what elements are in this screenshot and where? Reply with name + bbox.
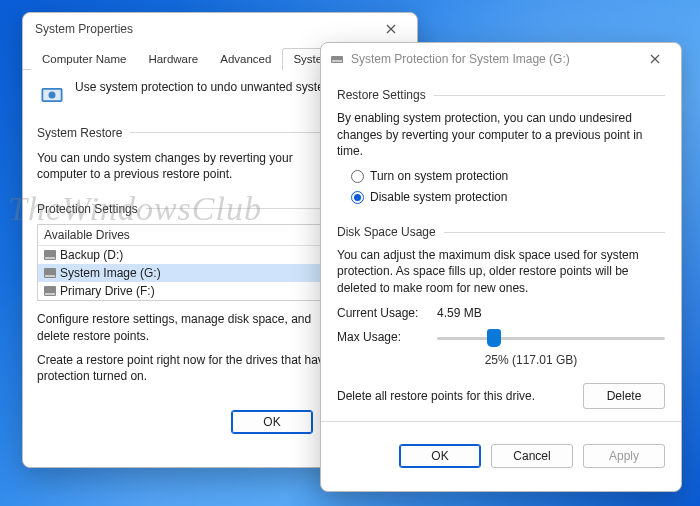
delete-description: Delete all restore points for this drive… xyxy=(337,388,573,405)
window-title: System Protection for System Image (G:) xyxy=(351,52,637,66)
slider-caption: 25% (117.01 GB) xyxy=(337,352,665,369)
section-disk-space: Disk Space Usage xyxy=(337,224,436,241)
divider xyxy=(321,421,681,422)
tab-hardware[interactable]: Hardware xyxy=(137,48,209,70)
group-protection-settings: Protection Settings xyxy=(37,202,138,216)
radio-turn-on[interactable]: Turn on system protection xyxy=(351,168,665,185)
close-icon xyxy=(386,24,396,34)
col-available-drives: Available Drives xyxy=(38,225,322,245)
system-protection-dialog: System Protection for System Image (G:) … xyxy=(320,42,682,492)
max-usage-label: Max Usage: xyxy=(337,329,427,346)
drive-name: Primary Drive (F:) xyxy=(60,284,155,298)
max-usage-slider[interactable] xyxy=(437,328,665,348)
radio-disable[interactable]: Disable system protection xyxy=(351,189,665,206)
apply-button[interactable]: Apply xyxy=(583,444,665,468)
hint-text: Use system protection to undo unwanted s… xyxy=(75,80,350,94)
window-title: System Properties xyxy=(35,22,373,36)
radio-icon xyxy=(351,170,364,183)
close-icon xyxy=(650,54,660,64)
delete-button[interactable]: Delete xyxy=(583,383,665,410)
drive-name: Backup (D:) xyxy=(60,248,123,262)
close-button[interactable] xyxy=(637,47,673,71)
drive-icon xyxy=(44,286,56,296)
tab-advanced[interactable]: Advanced xyxy=(209,48,282,70)
radio-label: Disable system protection xyxy=(370,189,507,206)
disk-description: You can adjust the maximum disk space us… xyxy=(337,247,665,297)
restore-description: By enabling system protection, you can u… xyxy=(337,110,665,160)
divider xyxy=(434,95,665,96)
drive-icon xyxy=(44,268,56,278)
section-restore-settings: Restore Settings xyxy=(337,87,426,104)
slider-track xyxy=(437,337,665,340)
dialog-button-row: OK Cancel Apply xyxy=(321,430,681,482)
radio-label: Turn on system protection xyxy=(370,168,508,185)
svg-rect-4 xyxy=(332,60,342,62)
ok-button[interactable]: OK xyxy=(399,444,481,468)
slider-thumb[interactable] xyxy=(487,329,501,347)
ok-button[interactable]: OK xyxy=(231,410,313,434)
divider xyxy=(444,232,665,233)
cancel-button[interactable]: Cancel xyxy=(491,444,573,468)
current-usage-label: Current Usage: xyxy=(337,305,427,322)
current-usage-value: 4.59 MB xyxy=(437,305,482,322)
shield-icon xyxy=(37,80,67,110)
dialog-content: Restore Settings By enabling system prot… xyxy=(321,75,681,422)
group-system-restore: System Restore xyxy=(37,126,122,140)
radio-icon xyxy=(351,191,364,204)
titlebar: System Protection for System Image (G:) xyxy=(321,43,681,75)
drive-name: System Image (G:) xyxy=(60,266,161,280)
drive-icon xyxy=(44,250,56,260)
system-restore-text: You can undo system changes by reverting… xyxy=(37,150,335,182)
tab-computer-name[interactable]: Computer Name xyxy=(31,48,137,70)
titlebar: System Properties xyxy=(23,13,417,45)
configure-text: Configure restore settings, manage disk … xyxy=(37,311,335,343)
drive-icon xyxy=(329,51,345,67)
svg-point-2 xyxy=(49,92,56,99)
close-button[interactable] xyxy=(373,17,409,41)
